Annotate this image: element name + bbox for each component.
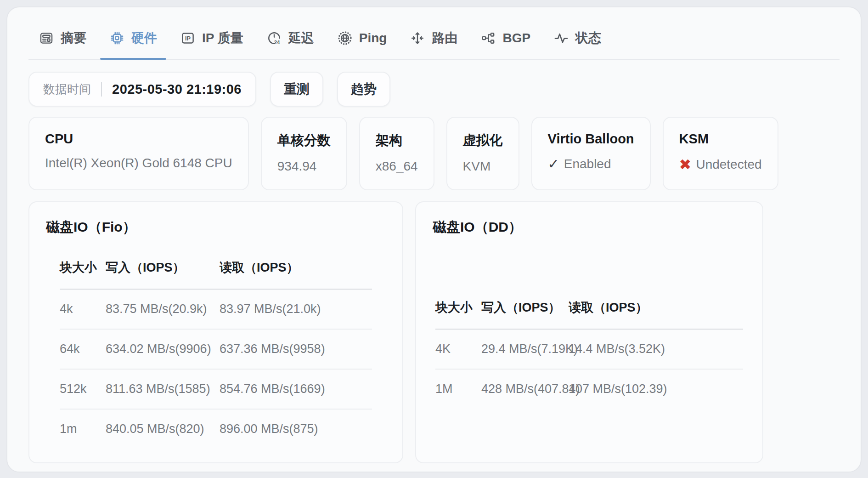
tab-label: IP 质量: [202, 29, 243, 47]
tab-route[interactable]: 路由: [410, 29, 457, 59]
tab-label: 延迟: [288, 29, 314, 47]
status-text: Undetected: [696, 157, 761, 172]
tab-label: 路由: [432, 29, 457, 47]
card-value: ✓ Enabled: [548, 156, 634, 172]
tab-bar: 摘要 硬件 IP IP 质量: [28, 7, 840, 60]
virtualization-card: 虚拟化 KVM: [446, 117, 519, 190]
latency-clock-icon: 24: [266, 30, 282, 46]
write-cell: 428 MB/s(407.84): [481, 382, 569, 396]
col-header-read-iops: 读取（IOPS）: [220, 259, 372, 276]
card-title: 单核分数: [277, 131, 331, 150]
disk-io-section: 磁盘IO（Fio） 块大小 写入（IOPS） 读取（IOPS） 4k 83.75…: [28, 201, 840, 463]
card-value: 934.94: [277, 159, 331, 174]
card-value: x86_64: [376, 159, 418, 174]
read-cell: 83.97 MB/s(21.0k): [220, 302, 372, 316]
card-title: KSM: [679, 131, 762, 147]
write-cell: 83.75 MB/s(20.9k): [106, 302, 220, 316]
tab-summary[interactable]: 摘要: [39, 29, 86, 59]
card-title: Virtio Balloon: [548, 131, 634, 147]
disk-io-fio-card: 磁盘IO（Fio） 块大小 写入（IOPS） 读取（IOPS） 4k 83.75…: [28, 201, 403, 463]
architecture-card: 架构 x86_64: [359, 117, 434, 190]
table-row: 1m 840.05 MB/s(820) 896.00 MB/s(875): [60, 410, 372, 449]
card-value: Intel(R) Xeon(R) Gold 6148 CPU: [45, 156, 232, 171]
fio-table: 块大小 写入（IOPS） 读取（IOPS） 4k 83.75 MB/s(20.9…: [60, 259, 372, 449]
block-size-cell: 1M: [435, 382, 481, 396]
status-text: Enabled: [564, 157, 611, 171]
main-panel: 摘要 硬件 IP IP 质量: [6, 6, 862, 472]
data-time-value: 2025-05-30 21:19:06: [112, 82, 242, 97]
svg-text:24: 24: [274, 40, 280, 45]
tab-label: 状态: [575, 29, 601, 47]
tab-label: Ping: [359, 31, 387, 46]
retest-button[interactable]: 重测: [270, 72, 323, 107]
tab-ping[interactable]: Ping: [337, 30, 387, 58]
cpu-card: CPU Intel(R) Xeon(R) Gold 6148 CPU: [28, 117, 249, 190]
col-header-block-size: 块大小: [435, 299, 481, 316]
cross-icon: ✖: [679, 156, 692, 173]
col-header-write-iops: 写入（IOPS）: [106, 259, 220, 276]
table-row: 512k 811.63 MB/s(1585) 854.76 MB/s(1669): [60, 370, 372, 410]
block-size-cell: 4K: [435, 342, 481, 356]
bgp-network-icon: [480, 30, 496, 46]
read-cell: 107 MB/s(102.39): [569, 382, 743, 396]
block-size-cell: 4k: [60, 302, 106, 316]
col-header-write-iops: 写入（IOPS）: [481, 299, 569, 316]
check-icon: ✓: [548, 156, 559, 172]
divider: [101, 82, 102, 97]
tab-hardware[interactable]: 硬件: [109, 29, 157, 59]
table-row: 64k 634.02 MB/s(9906) 637.36 MB/s(9958): [60, 330, 372, 370]
table-row: 4K 29.4 MB/s(7.19K) 14.4 MB/s(3.52K): [435, 330, 743, 370]
hardware-info-cards: CPU Intel(R) Xeon(R) Gold 6148 CPU 单核分数 …: [28, 117, 840, 190]
tab-bgp[interactable]: BGP: [480, 30, 530, 58]
data-time-label: 数据时间: [43, 81, 91, 97]
ip-quality-icon: IP: [180, 30, 196, 46]
card-value: ✖ Undetected: [679, 156, 762, 173]
table-header-row: 块大小 写入（IOPS） 读取（IOPS）: [60, 259, 372, 290]
table-row: 4k 83.75 MB/s(20.9k) 83.97 MB/s(21.0k): [60, 290, 372, 330]
card-title: CPU: [45, 131, 232, 147]
write-cell: 811.63 MB/s(1585): [106, 382, 220, 396]
cpu-chip-icon: [109, 30, 125, 46]
tab-label: 硬件: [131, 29, 157, 47]
data-time-pill: 数据时间 2025-05-30 21:19:06: [28, 72, 256, 107]
dd-table-title: 磁盘IO（DD）: [433, 218, 746, 237]
table-row: 1M 428 MB/s(407.84) 107 MB/s(102.39): [435, 370, 743, 409]
block-size-cell: 1m: [60, 422, 106, 436]
disk-io-dd-card: 磁盘IO（DD） 块大小 写入（IOPS） 读取（IOPS） 4K 29.4 M…: [415, 201, 763, 463]
card-title: 虚拟化: [463, 131, 503, 150]
status-activity-icon: [553, 30, 569, 46]
card-title: 架构: [376, 131, 418, 150]
tab-label: 摘要: [61, 29, 86, 47]
write-cell: 29.4 MB/s(7.19K): [481, 342, 569, 356]
ping-globe-icon: [337, 30, 353, 46]
svg-text:IP: IP: [185, 35, 191, 42]
single-core-score-card: 单核分数 934.94: [261, 117, 347, 190]
ksm-card: KSM ✖ Undetected: [663, 117, 778, 190]
write-cell: 840.05 MB/s(820): [106, 422, 220, 436]
dd-table: 块大小 写入（IOPS） 读取（IOPS） 4K 29.4 MB/s(7.19K…: [435, 299, 743, 409]
read-cell: 637.36 MB/s(9958): [220, 342, 372, 356]
toolbar: 数据时间 2025-05-30 21:19:06 重测 趋势: [28, 72, 840, 107]
table-header-row: 块大小 写入（IOPS） 读取（IOPS）: [435, 299, 743, 330]
tab-latency[interactable]: 24 延迟: [266, 29, 314, 59]
route-arrows-icon: [410, 30, 425, 46]
block-size-cell: 512k: [60, 382, 106, 396]
tab-label: BGP: [502, 31, 530, 46]
tab-status[interactable]: 状态: [553, 29, 601, 59]
read-cell: 14.4 MB/s(3.52K): [569, 342, 743, 356]
col-header-block-size: 块大小: [60, 259, 106, 276]
tab-ip-quality[interactable]: IP IP 质量: [180, 29, 243, 59]
summary-icon: [39, 30, 54, 46]
col-header-read-iops: 读取（IOPS）: [569, 299, 743, 316]
card-value: KVM: [463, 159, 503, 174]
virtio-balloon-card: Virtio Balloon ✓ Enabled: [531, 117, 651, 190]
write-cell: 634.02 MB/s(9906): [106, 342, 220, 356]
read-cell: 854.76 MB/s(1669): [220, 382, 372, 396]
block-size-cell: 64k: [60, 342, 106, 356]
trend-button[interactable]: 趋势: [337, 72, 390, 107]
read-cell: 896.00 MB/s(875): [220, 422, 372, 436]
fio-table-title: 磁盘IO（Fio）: [46, 218, 386, 237]
